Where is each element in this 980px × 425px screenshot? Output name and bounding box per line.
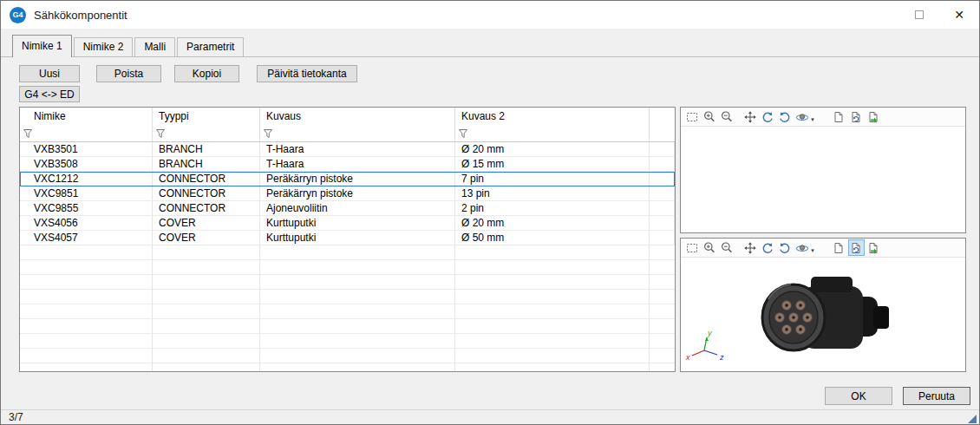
cell-nimike: VXC9851: [20, 186, 153, 200]
filter-funnel-icon[interactable]: [263, 128, 273, 139]
copy-button[interactable]: Kopioi: [174, 65, 239, 82]
filter-cell-nimike[interactable]: [20, 125, 153, 141]
cell-kuvaus2: Ø 50 mm: [455, 231, 650, 245]
cell-tyyppi: BRANCH: [153, 142, 260, 156]
record-position: 3/7: [9, 411, 23, 423]
cell-kuvaus2: 7 pin: [455, 172, 650, 186]
cell-nimike: VXS4056: [20, 216, 153, 230]
zoom-in-icon[interactable]: [701, 239, 717, 256]
axis-triad-icon: x y z: [685, 329, 724, 362]
connector-body: [762, 277, 889, 350]
g4-ed-sync-button[interactable]: G4 <-> ED: [19, 86, 80, 102]
table-header-row: Nimike Tyyppi Kuvaus Kuvaus 2: [20, 108, 675, 125]
cell-kuvaus: Kurttuputki: [260, 216, 455, 230]
filter-cell-kuvaus2[interactable]: [455, 125, 650, 141]
zoom-out-icon[interactable]: [718, 108, 735, 125]
cell-kuvaus2: Ø 20 mm: [455, 216, 650, 230]
copy-view-icon[interactable]: [831, 239, 847, 256]
connector-3d-model: x y z: [681, 258, 965, 371]
filter-funnel-icon[interactable]: [155, 128, 166, 139]
close-icon: ✕: [954, 9, 964, 21]
resize-grip-icon[interactable]: [968, 415, 977, 423]
cell-kuvaus2: Ø 20 mm: [455, 142, 650, 156]
viewer-viewport-top[interactable]: [681, 127, 965, 232]
column-header-tyyppi[interactable]: Tyyppi: [153, 108, 260, 125]
zoom-out-icon[interactable]: [718, 239, 735, 256]
cell-kuvaus2: 13 pin: [455, 186, 650, 200]
orbit-icon[interactable]: [794, 239, 810, 256]
filter-cell-kuvaus[interactable]: [260, 125, 455, 141]
cell-nimike: VXB3501: [20, 142, 153, 156]
cell-kuvaus: Kurttuputki: [260, 231, 455, 245]
maximize-icon: [915, 10, 924, 19]
filter-row: [20, 125, 675, 142]
cell-kuvaus: Ajoneuvoliitin: [260, 201, 455, 215]
axis-y-label: y: [707, 329, 712, 337]
export-view-icon[interactable]: [866, 108, 882, 125]
cell-filler: [650, 142, 675, 156]
rotate-ccw-icon[interactable]: [759, 239, 775, 256]
zoom-in-icon[interactable]: [701, 108, 717, 125]
select-region-icon[interactable]: [683, 239, 700, 256]
cell-kuvaus2: 2 pin: [455, 201, 650, 215]
rotate-cw-icon[interactable]: [776, 239, 793, 256]
dropdown-caret-icon[interactable]: ▼: [810, 248, 815, 253]
copy-view-icon[interactable]: [831, 108, 847, 125]
table-row-selected[interactable]: VXC1212 CONNECTOR Peräkärryn pistoke 7 p…: [20, 172, 675, 186]
column-header-nimike[interactable]: Nimike: [20, 108, 153, 125]
grid-line: [152, 245, 153, 371]
viewer-panel-bottom: ▼: [680, 238, 966, 372]
table-row[interactable]: VXS4056 COVER Kurttuputki Ø 20 mm: [20, 216, 675, 231]
rotate-cw-icon[interactable]: [776, 108, 793, 125]
ok-button[interactable]: OK: [825, 387, 892, 405]
refresh-view-icon[interactable]: [848, 239, 865, 256]
cell-tyyppi: COVER: [153, 231, 260, 245]
filter-cell-filler: [650, 125, 675, 141]
viewer-toolbar: ▼: [681, 108, 965, 127]
viewer-viewport-bottom[interactable]: x y z: [681, 258, 965, 371]
table-row[interactable]: VXB3508 BRANCH T-Haara Ø 15 mm: [20, 157, 675, 172]
table-row[interactable]: VXB3501 BRANCH T-Haara Ø 20 mm: [20, 142, 675, 157]
cell-nimike: VXC1212: [20, 172, 153, 186]
cell-filler: [650, 157, 675, 171]
table-row[interactable]: VXC9851 CONNECTOR Peräkärryn pistoke 13 …: [20, 186, 675, 201]
column-header-kuvaus2[interactable]: Kuvaus 2: [455, 108, 650, 125]
tab-nimike-1[interactable]: Nimike 1: [12, 35, 72, 57]
select-region-icon[interactable]: [683, 108, 700, 125]
new-button[interactable]: Uusi: [19, 65, 80, 82]
g4-app-icon[interactable]: G4: [10, 7, 26, 23]
empty-rows-area: [20, 245, 675, 371]
filter-funnel-icon[interactable]: [23, 128, 33, 139]
filter-cell-tyyppi[interactable]: [153, 125, 260, 141]
close-button[interactable]: ✕: [939, 1, 979, 29]
rotate-ccw-icon[interactable]: [759, 108, 775, 125]
pan-icon[interactable]: [742, 239, 758, 256]
cell-filler: [650, 172, 675, 186]
cell-filler: [650, 216, 675, 230]
export-view-icon[interactable]: [866, 239, 882, 256]
column-header-kuvaus[interactable]: Kuvaus: [260, 108, 455, 125]
dropdown-caret-icon[interactable]: ▼: [810, 117, 815, 122]
cell-nimike: VXB3508: [20, 157, 153, 171]
cell-tyyppi: CONNECTOR: [153, 186, 260, 200]
tab-malli[interactable]: Malli: [134, 37, 175, 56]
dialog-window: G4 Sähkökomponentit ✕ Nimike 1 Nimike 2 …: [0, 0, 980, 425]
tab-parametrit[interactable]: Parametrit: [177, 37, 244, 56]
orbit-icon[interactable]: [794, 108, 810, 125]
cell-kuvaus: Peräkärryn pistoke: [260, 172, 455, 186]
cell-kuvaus: T-Haara: [260, 142, 455, 156]
filter-funnel-icon[interactable]: [458, 128, 468, 139]
cancel-button[interactable]: Peruuta: [903, 387, 970, 405]
maximize-button[interactable]: [899, 1, 939, 29]
cell-filler: [650, 186, 675, 200]
title-bar[interactable]: G4 Sähkökomponentit ✕: [1, 1, 979, 29]
table-row[interactable]: VXS4057 COVER Kurttuputki Ø 50 mm: [20, 231, 675, 245]
refresh-view-icon[interactable]: [848, 108, 865, 125]
window-controls: ✕: [899, 1, 979, 29]
tab-nimike-2[interactable]: Nimike 2: [74, 37, 134, 56]
table-row[interactable]: VXC9855 CONNECTOR Ajoneuvoliitin 2 pin: [20, 201, 675, 216]
grid-line: [649, 245, 650, 371]
update-database-button[interactable]: Päivitä tietokanta: [257, 65, 357, 82]
pan-icon[interactable]: [742, 108, 758, 125]
delete-button[interactable]: Poista: [96, 65, 161, 82]
